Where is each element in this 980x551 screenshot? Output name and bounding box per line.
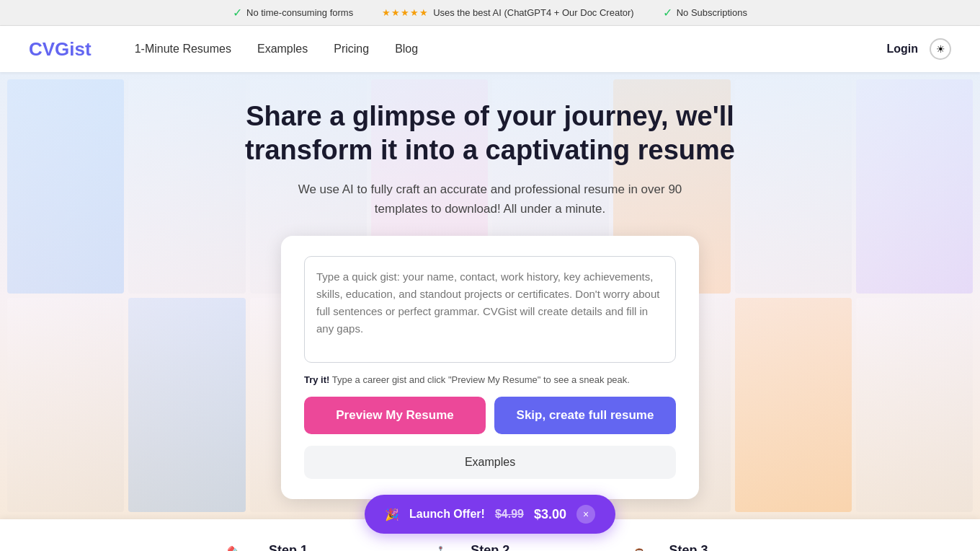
step-1-text: Step 1 Write a brief gist xyxy=(269,543,347,551)
launch-offer-banner: 🎉 Launch Offer! $4.99 $3.00 × xyxy=(365,495,615,534)
check-icon-3: ✓ xyxy=(663,6,672,19)
logo-text: CVGist xyxy=(29,38,92,60)
step-1-icon: ✏️ xyxy=(218,537,259,551)
hero-content: Share a glimpse of your journey, we'll t… xyxy=(0,78,980,513)
step-3-label: Step 3 xyxy=(669,543,762,551)
hero-section: Share a glimpse of your journey, we'll t… xyxy=(0,72,980,519)
step-3-text: Step 3 Download resumes xyxy=(669,543,762,551)
navbar: CVGist 1-Minute Resumes Examples Pricing… xyxy=(0,26,980,72)
nav-links: 1-Minute Resumes Examples Pricing Blog xyxy=(135,43,887,56)
skip-full-resume-button[interactable]: Skip, create full resume xyxy=(494,397,676,434)
step-1: ✏️ Step 1 Write a brief gist xyxy=(218,537,347,551)
logo[interactable]: CVGist xyxy=(29,38,92,61)
step-2-text: Step 2 AI goes to work xyxy=(471,543,545,551)
hero-title-line1: Share a glimpse of your journey, we'll xyxy=(246,101,734,131)
banner-item-3: ✓ No Subscriptions xyxy=(663,6,747,19)
try-hint: Try it! Type a career gist and click "Pr… xyxy=(304,374,676,385)
action-buttons: Preview My Resume Skip, create full resu… xyxy=(304,397,676,434)
step-3-icon: 💼 xyxy=(619,537,659,551)
gist-textarea[interactable] xyxy=(304,256,676,363)
nav-right: Login ☀ xyxy=(886,38,951,60)
check-icon-1: ✓ xyxy=(233,6,242,19)
try-hint-label: Try it! xyxy=(304,374,329,385)
nav-link-blog[interactable]: Blog xyxy=(395,43,418,56)
step-arrow-1: ⟶ xyxy=(367,543,400,551)
examples-button[interactable]: Examples xyxy=(304,446,676,479)
step-3: 💼 Step 3 Download resumes xyxy=(619,537,762,551)
nav-link-1minute[interactable]: 1-Minute Resumes xyxy=(135,43,231,56)
step-2-label: Step 2 xyxy=(471,543,545,551)
step-2: 🤖 Step 2 AI goes to work xyxy=(420,537,545,551)
launch-old-price: $4.99 xyxy=(495,508,524,521)
preview-resume-button[interactable]: Preview My Resume xyxy=(304,397,486,434)
launch-label: Launch Offer! xyxy=(409,508,485,521)
login-link[interactable]: Login xyxy=(886,43,918,56)
banner-item-1: ✓ No time-consuming forms xyxy=(233,6,353,19)
hero-title: Share a glimpse of your journey, we'll t… xyxy=(245,100,735,168)
top-banner: ✓ No time-consuming forms ★★★★★ Uses the… xyxy=(0,0,980,26)
launch-new-price: $3.00 xyxy=(534,507,566,522)
stars-icon: ★★★★★ xyxy=(382,7,429,18)
theme-toggle-button[interactable]: ☀ xyxy=(930,38,951,60)
banner-text-1: No time-consuming forms xyxy=(246,7,353,18)
try-hint-text: Type a career gist and click "Preview My… xyxy=(332,374,630,385)
nav-link-examples[interactable]: Examples xyxy=(257,43,308,56)
step-1-label: Step 1 xyxy=(269,543,347,551)
step-2-icon: 🤖 xyxy=(420,537,460,551)
sun-icon: ☀ xyxy=(936,43,945,55)
banner-item-2: ★★★★★ Uses the best AI (ChatGPT4 + Our D… xyxy=(382,7,634,18)
hero-title-line2: transform it into a captivating resume xyxy=(245,135,735,165)
launch-emoji: 🎉 xyxy=(385,508,399,521)
nav-link-pricing[interactable]: Pricing xyxy=(334,43,369,56)
hero-subtitle: We use AI to fully craft an accurate and… xyxy=(274,180,706,219)
banner-text-3: No Subscriptions xyxy=(677,7,747,18)
launch-offer-close-button[interactable]: × xyxy=(576,505,595,524)
banner-text-2: Uses the best AI (ChatGPT4 + Our Doc Cre… xyxy=(433,7,634,18)
step-arrow-2: ⟶ xyxy=(566,543,599,551)
resume-card: Try it! Type a career gist and click "Pr… xyxy=(281,236,699,499)
